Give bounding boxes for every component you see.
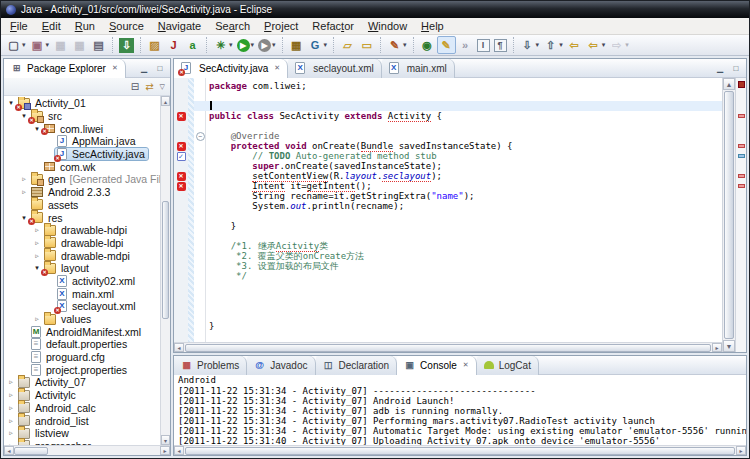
menu-navigate[interactable]: Navigate xyxy=(151,19,208,33)
scroll-up-icon[interactable]: ▴ xyxy=(161,96,170,106)
save-all-button[interactable]: ▦ xyxy=(70,36,89,54)
code-line[interactable]: − @Override xyxy=(174,131,722,141)
code-line[interactable] xyxy=(174,91,722,101)
save-button[interactable]: ▦ xyxy=(51,36,70,54)
dropdown-arrow-icon[interactable]: ▾ xyxy=(272,41,276,49)
tree-item-project-properties[interactable]: ≡project.properties xyxy=(4,363,160,376)
synchronize-button[interactable]: G▾ xyxy=(306,36,330,54)
view-tab-console[interactable]: ▣Console✕ xyxy=(397,356,477,375)
view-tab-logcat[interactable]: LogCat xyxy=(477,356,539,375)
previous-annotation-button[interactable]: ⇧▾ xyxy=(541,36,565,54)
new-button[interactable]: ▢▾ xyxy=(4,36,28,54)
tree-item-values[interactable]: ▹values xyxy=(4,313,160,326)
tree-item-activitylc[interactable]: ▹Activitylc xyxy=(4,389,160,402)
error-overview-marker[interactable] xyxy=(738,184,745,188)
view-tab-javadoc[interactable]: @Javadoc xyxy=(247,356,315,375)
tree-item-android-2-3-3[interactable]: ▹Android 2.3.3 xyxy=(4,186,160,199)
scrollbar-thumb[interactable] xyxy=(14,447,48,455)
collapse-all-icon[interactable]: ⊟ xyxy=(131,82,139,92)
close-icon[interactable]: ✕ xyxy=(461,361,469,369)
scrollbar-thumb[interactable] xyxy=(162,201,169,320)
show-whitespace-button[interactable]: ¶ xyxy=(492,36,509,54)
code-editor[interactable]: package com.liwei;✕public class SecActiv… xyxy=(174,78,722,342)
tree-item-drawable-ldpi[interactable]: ▹drawable-ldpi xyxy=(4,237,160,250)
tree-item-default-properties[interactable]: ≡default.properties xyxy=(4,338,160,351)
scroll-left-icon[interactable]: ◂ xyxy=(174,446,184,455)
package-explorer-tab[interactable]: ⊞ Package Explorer ✕ xyxy=(4,59,126,78)
tree-collapsed-arrow-icon[interactable]: ▹ xyxy=(32,315,42,323)
tree-collapsed-arrow-icon[interactable]: ▹ xyxy=(32,252,42,260)
code-line[interactable] xyxy=(174,211,722,221)
tree-collapsed-arrow-icon[interactable]: ▹ xyxy=(6,391,16,399)
collapse-region-icon[interactable]: − xyxy=(196,132,205,141)
tree-item-secactivity-java[interactable]: J✕SecActivity.java xyxy=(4,148,160,161)
dropdown-arrow-icon[interactable]: ▾ xyxy=(602,41,606,49)
dropdown-arrow-icon[interactable]: ▾ xyxy=(403,41,407,49)
dropdown-arrow-icon[interactable]: ▾ xyxy=(559,41,563,49)
android-sdk-manager-button[interactable]: ⇩ xyxy=(117,36,136,54)
show-selected-element-button[interactable]: I xyxy=(475,36,492,54)
next-annotation-button[interactable]: ⇩▾ xyxy=(518,36,542,54)
code-line[interactable] xyxy=(174,231,722,241)
tree-collapsed-arrow-icon[interactable]: ▹ xyxy=(32,226,42,234)
code-line[interactable]: super.onCreate(savedInstanceState); xyxy=(174,161,722,171)
menu-search[interactable]: Search xyxy=(208,19,257,33)
code-line[interactable]: ✕public class SecActivity extends Activi… xyxy=(174,111,722,121)
todo-overview-marker[interactable] xyxy=(738,154,745,158)
error-overview-marker[interactable] xyxy=(738,144,745,148)
tree-collapsed-arrow-icon[interactable]: ▹ xyxy=(32,239,42,247)
menu-window[interactable]: Window xyxy=(361,19,414,33)
tree-item-layout[interactable]: ▾✕layout xyxy=(4,262,160,275)
scroll-left-icon[interactable]: ◂ xyxy=(4,446,14,455)
print-button[interactable]: ▤ xyxy=(89,36,108,54)
dropdown-arrow-icon[interactable]: ▾ xyxy=(22,41,26,49)
code-line[interactable]: ✕ setContentView(R.layout.seclayout); xyxy=(174,171,722,181)
tree-item-com-liwei[interactable]: ▾✕com.liwei xyxy=(4,122,160,135)
tree-item-activity02-xml[interactable]: Xactivity02.xml xyxy=(4,275,160,288)
dropdown-arrow-icon[interactable]: ▾ xyxy=(229,41,233,49)
code-line[interactable]: ✕ protected void onCreate(Bundle savedIn… xyxy=(174,141,722,151)
tree-item-res[interactable]: ▾✕res xyxy=(4,211,160,224)
tree-collapsed-arrow-icon[interactable]: ▹ xyxy=(6,417,16,425)
scroll-right-icon[interactable]: ▸ xyxy=(736,446,746,455)
code-line[interactable] xyxy=(174,291,722,301)
editor-tab-seclayout-xml[interactable]: Xseclayout.xml xyxy=(288,59,382,78)
close-icon[interactable]: ✕ xyxy=(110,64,118,72)
scroll-right-icon[interactable]: ▸ xyxy=(160,446,170,455)
menu-edit[interactable]: Edit xyxy=(35,19,68,33)
code-line[interactable] xyxy=(174,301,722,311)
code-line[interactable]: *2. 覆盖父类的onCreate方法 xyxy=(174,251,722,261)
tree-item-main-xml[interactable]: Xmain.xml xyxy=(4,287,160,300)
error-overview-marker[interactable] xyxy=(738,174,745,178)
code-line[interactable]: package com.liwei; xyxy=(174,81,722,91)
view-tab-declaration[interactable]: ◫Declaration xyxy=(316,356,398,375)
menu-help[interactable]: Help xyxy=(414,19,451,33)
code-line[interactable]: String recname=it.getStringExtra("name")… xyxy=(174,191,722,201)
console-output[interactable]: [2011-11-22 15:31:34 - Activity_07] ----… xyxy=(174,386,746,445)
code-line[interactable]: ✓ // TODO Auto-generated method stub xyxy=(174,151,722,161)
console-hscrollbar[interactable]: ◂ ▸ xyxy=(174,445,746,455)
editor-hscrollbar[interactable]: ◂ ▸ xyxy=(174,342,722,352)
code-line[interactable]: /*1. 继承Acitvity类 xyxy=(174,241,722,251)
scroll-down-icon[interactable]: ▼ xyxy=(723,340,735,352)
editor-tab-secactivity-java[interactable]: J✕SecActivity.java✕ xyxy=(174,59,288,78)
scrollbar-thumb[interactable] xyxy=(185,344,711,352)
scroll-down-icon[interactable]: ▾ xyxy=(161,435,170,445)
scroll-right-icon[interactable]: ▸ xyxy=(712,343,722,352)
view-tab-problems[interactable]: ▦Problems xyxy=(174,356,247,375)
back-history-button[interactable]: ⇦▾ xyxy=(584,36,608,54)
tree-item-android-calc[interactable]: ▹Android_calc xyxy=(4,402,160,415)
mark-occurrences-button[interactable]: ✎ xyxy=(437,36,456,54)
view-menu-icon[interactable]: ▽ xyxy=(160,83,165,90)
maximize-icon[interactable]: □ xyxy=(730,63,742,74)
open-file-button[interactable]: ▭ xyxy=(357,36,376,54)
maximize-icon[interactable]: □ xyxy=(154,63,166,74)
minimize-icon[interactable]: ▁ xyxy=(138,63,150,74)
open-resource-button[interactable]: ▱ xyxy=(338,36,357,54)
debug-button[interactable]: ✳▾ xyxy=(211,36,235,54)
link-with-editor-icon[interactable]: ⇄ xyxy=(145,82,153,92)
menu-run[interactable]: Run xyxy=(68,19,102,33)
forward-history-button[interactable]: ⇨▾ xyxy=(607,36,631,54)
menu-file[interactable]: File xyxy=(3,19,35,33)
tree-collapsed-arrow-icon[interactable]: ▹ xyxy=(19,175,29,183)
